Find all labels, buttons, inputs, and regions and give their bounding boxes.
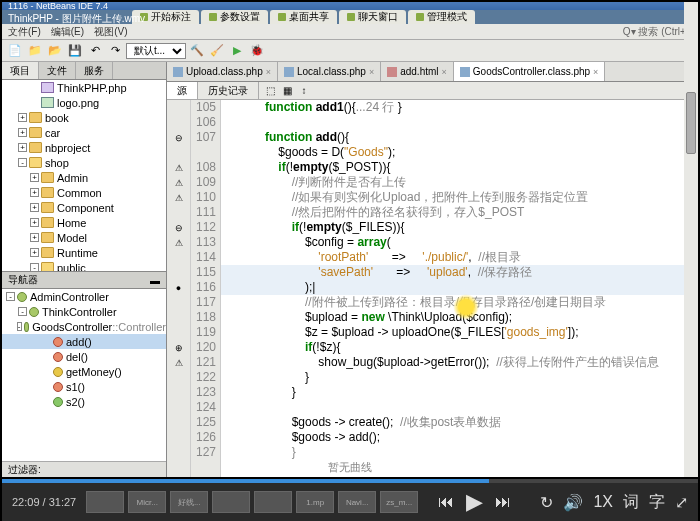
progress-bar[interactable] [2, 479, 698, 483]
open-icon[interactable]: 📂 [46, 42, 64, 60]
menubar: 文件(F) 编辑(E) 视图(V) Q▾ 搜索 (Ctrl+I) [2, 24, 698, 40]
thumbnail[interactable]: Navi... [338, 491, 376, 513]
editor-tab[interactable]: add.html× [381, 62, 454, 81]
clean-icon[interactable]: 🧹 [208, 42, 226, 60]
scrollbar-vertical[interactable] [684, 2, 698, 477]
filter-bar: 过滤器: [2, 461, 166, 477]
tab-projects[interactable]: 项目 [2, 62, 39, 79]
tab-services[interactable]: 服务 [76, 62, 113, 79]
navigator-tree[interactable]: -AdminController-ThinkController-GoodsCo… [2, 289, 166, 461]
watermark: 暂无曲线 [328, 460, 372, 475]
build-icon[interactable]: 🔨 [188, 42, 206, 60]
thumbnail[interactable] [86, 491, 124, 513]
tree-item[interactable]: +Home [2, 215, 166, 230]
play-icon[interactable]: ▶ [466, 489, 483, 515]
new-file-icon[interactable]: 📄 [6, 42, 24, 60]
nav-item[interactable]: -ThinkController [2, 304, 166, 319]
tree-item[interactable]: ThinkPHP.php [2, 80, 166, 95]
menu-file[interactable]: 文件(F) [8, 25, 41, 39]
tree-item[interactable]: +nbproject [2, 140, 166, 155]
code-editor[interactable]: ⊖⚠⚠⚠⊖⚠●⊕⚠ 105106107108109110111112113114… [167, 100, 698, 477]
tree-item[interactable]: logo.png [2, 95, 166, 110]
tree-item[interactable]: +Component [2, 200, 166, 215]
debug-icon[interactable]: 🐞 [248, 42, 266, 60]
control-button[interactable]: 字 [649, 492, 665, 513]
app-tabs: ThinkPHP - 图片附件上传.wmv 开始标注 参数设置 桌面共享 聊天窗… [2, 10, 698, 24]
project-tree[interactable]: ThinkPHP.phplogo.png+book+car+nbproject-… [2, 80, 166, 271]
tree-item[interactable]: +Common [2, 185, 166, 200]
tree-item[interactable]: +Admin [2, 170, 166, 185]
editor-tabs: Upload.class.php×Local.class.php×add.htm… [167, 62, 698, 82]
history-tab[interactable]: 历史记录 [198, 82, 259, 99]
tab-params[interactable]: 参数设置 [201, 10, 268, 24]
run-icon[interactable]: ▶ [228, 42, 246, 60]
tab-files[interactable]: 文件 [39, 62, 76, 79]
thumbnail[interactable]: Micr... [128, 491, 166, 513]
toolbar: 📄 📁 📂 💾 ↶ ↷ 默认t... 🔨 🧹 ▶ 🐞 [2, 40, 698, 62]
doc-title: ThinkPHP - 图片附件上传.wmv [8, 12, 145, 26]
ed-tool-icon[interactable]: ▦ [280, 84, 294, 98]
search-box[interactable]: Q▾ 搜索 (Ctrl+I) [623, 25, 692, 39]
nav-item[interactable]: -GoodsController::Controller [2, 319, 166, 334]
next-icon[interactable]: ⏭ [495, 493, 511, 511]
time-display: 22:09 / 31:27 [12, 496, 76, 508]
nav-item[interactable]: getMoney() [2, 364, 166, 379]
tree-item[interactable]: +Model [2, 230, 166, 245]
nav-item[interactable]: add() [2, 334, 166, 349]
nav-item[interactable]: -AdminController [2, 289, 166, 304]
undo-icon[interactable]: ↶ [86, 42, 104, 60]
tab-chat[interactable]: 聊天窗口 [339, 10, 406, 24]
control-button[interactable]: 🔊 [563, 493, 583, 512]
control-button[interactable]: ↻ [540, 493, 553, 512]
editor-tab[interactable]: Upload.class.php× [167, 62, 278, 81]
new-project-icon[interactable]: 📁 [26, 42, 44, 60]
prev-icon[interactable]: ⏮ [438, 493, 454, 511]
tab-admin[interactable]: 管理模式 [408, 10, 475, 24]
thumbnail[interactable] [212, 491, 250, 513]
control-button[interactable]: 1X [593, 493, 613, 511]
menu-edit[interactable]: 编辑(E) [51, 25, 84, 39]
navigator-header: 导航器 ▬ [2, 271, 166, 289]
source-tab[interactable]: 源 [167, 82, 198, 99]
menu-view[interactable]: 视图(V) [94, 25, 127, 39]
ed-tool-icon[interactable]: ⬚ [263, 84, 277, 98]
nav-item[interactable]: s2() [2, 394, 166, 409]
thumbnail[interactable] [254, 491, 292, 513]
tree-item[interactable]: +Runtime [2, 245, 166, 260]
editor-tab[interactable]: Local.class.php× [278, 62, 381, 81]
tree-item[interactable]: +book [2, 110, 166, 125]
window-title: 1116 - NetBeans IDE 7.4 [8, 2, 108, 10]
control-button[interactable]: ⤢ [675, 493, 688, 512]
save-icon[interactable]: 💾 [66, 42, 84, 60]
tree-item[interactable]: -shop [2, 155, 166, 170]
thumbnail[interactable]: 好线... [170, 491, 208, 513]
tab-share[interactable]: 桌面共享 [270, 10, 337, 24]
nav-item[interactable]: del() [2, 349, 166, 364]
editor-tab[interactable]: GoodsController.class.php× [454, 62, 606, 81]
nav-item[interactable]: s1() [2, 379, 166, 394]
video-controls: 22:09 / 31:27 Micr...好线...1.mpNavi...zs_… [2, 479, 698, 521]
thumbnail[interactable]: zs_m... [380, 491, 418, 513]
tree-item[interactable]: +car [2, 125, 166, 140]
redo-icon[interactable]: ↷ [106, 42, 124, 60]
control-button[interactable]: 词 [623, 492, 639, 513]
tree-item[interactable]: -public [2, 260, 166, 271]
config-select[interactable]: 默认t... [126, 43, 186, 59]
thumbnail[interactable]: 1.mp [296, 491, 334, 513]
ed-tool-icon[interactable]: ↕ [297, 84, 311, 98]
